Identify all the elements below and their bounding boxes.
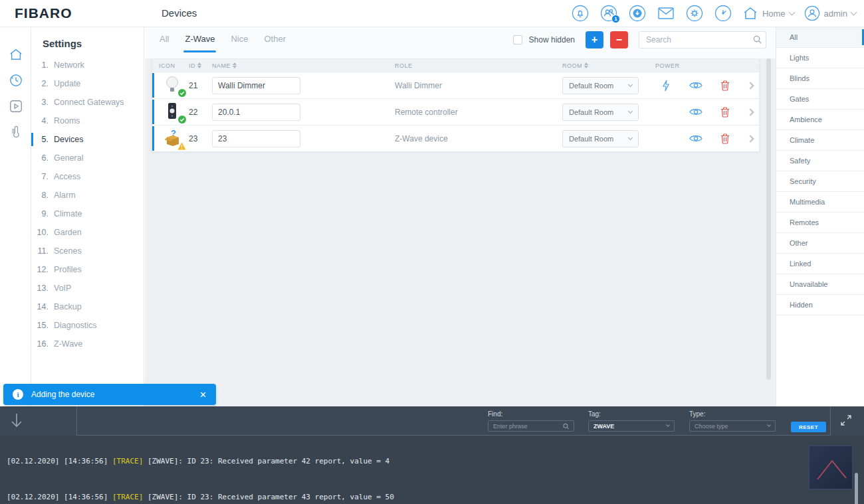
row-expand-chevron-icon[interactable] — [746, 135, 754, 142]
mail-icon[interactable] — [657, 4, 675, 23]
sort-icon — [584, 62, 588, 68]
gauge-icon[interactable] — [714, 4, 732, 23]
user-label: admin — [824, 9, 847, 19]
filter-item-security[interactable]: Security — [776, 171, 864, 192]
filter-item-multimedia[interactable]: Multimedia — [776, 192, 864, 212]
col-name[interactable]: NAME — [212, 62, 395, 69]
toast-message: Adding the device — [31, 390, 199, 399]
sidebar-item-alarm[interactable]: 8.Alarm — [31, 186, 144, 205]
visibility-eye-icon[interactable] — [689, 108, 702, 116]
tag-select[interactable]: ZWAVE — [588, 420, 675, 432]
filter-item-linked[interactable]: Linked — [776, 254, 864, 274]
sidebar-item-backup[interactable]: 14.Backup — [31, 297, 144, 316]
console-filter-box: Find: Tag: ZWAVE Type: Choose type RESET — [76, 406, 831, 436]
col-role: ROLE — [395, 62, 562, 69]
col-room[interactable]: ROOM — [562, 62, 655, 69]
sidebar-item-voip[interactable]: 13.VoIP — [31, 279, 144, 297]
row-expand-chevron-icon[interactable] — [746, 82, 754, 89]
col-power: POWER — [655, 62, 695, 69]
delete-trash-icon[interactable] — [720, 107, 730, 118]
sidebar-item-connect-gateways[interactable]: 3.Connect Gateways — [31, 93, 144, 112]
left-icon-rail — [0, 27, 31, 406]
sidebar-item-scenes[interactable]: 11.Scenes — [31, 242, 144, 260]
expand-icon[interactable] — [840, 414, 852, 426]
page-title: Devices — [162, 7, 197, 19]
update-download-icon[interactable] — [628, 4, 647, 23]
settings-icon[interactable] — [685, 4, 704, 23]
media-icon[interactable] — [0, 94, 31, 119]
sidebar-item-diagnostics[interactable]: 15.Diagnostics — [31, 316, 144, 335]
users-icon[interactable]: 1 — [599, 4, 618, 23]
filter-item-gates[interactable]: Gates — [776, 89, 864, 110]
filter-item-remotes[interactable]: Remotes — [776, 212, 864, 233]
filter-item-safety[interactable]: Safety — [776, 151, 864, 171]
tab-all[interactable]: All — [160, 34, 169, 50]
type-select[interactable]: Choose type — [689, 420, 776, 432]
filter-item-lights[interactable]: Lights — [776, 48, 864, 68]
filter-item-hidden[interactable]: Hidden — [776, 295, 864, 315]
log-minimap-chart[interactable] — [809, 446, 853, 489]
visibility-eye-icon[interactable] — [689, 134, 702, 143]
main-scrollbar[interactable] — [766, 58, 771, 380]
history-icon[interactable] — [0, 68, 31, 93]
filter-item-blinds[interactable]: Blinds — [776, 68, 864, 89]
sidebar-item-update[interactable]: 2.Update — [31, 74, 144, 93]
filter-item-climate[interactable]: Climate — [776, 130, 864, 151]
sidebar-item-profiles[interactable]: 12.Profiles — [31, 260, 144, 279]
close-icon[interactable]: ✕ — [199, 390, 207, 400]
room-select[interactable]: Default Room — [562, 77, 639, 94]
app-header: FIBARO Devices 1 — [0, 0, 864, 27]
delete-trash-icon[interactable] — [720, 80, 730, 91]
tab-other[interactable]: Other — [265, 34, 286, 50]
filter-item-other[interactable]: Other — [776, 233, 864, 254]
visibility-eye-icon[interactable] — [689, 81, 702, 90]
log-output[interactable]: [02.12.2020] [14:36:56] [TRACE] [ZWAVE]:… — [0, 436, 864, 504]
tab-zwave[interactable]: Z-Wave — [185, 34, 215, 50]
filter-item-unavailable[interactable]: Unavailable — [776, 274, 864, 295]
find-label: Find: — [488, 410, 574, 418]
reset-button[interactable]: RESET — [791, 422, 826, 432]
room-select[interactable]: Default Room — [562, 130, 639, 147]
row-expand-chevron-icon[interactable] — [746, 108, 754, 116]
search-input[interactable] — [639, 31, 766, 48]
chevron-down-icon — [767, 423, 771, 427]
find-input[interactable] — [493, 423, 563, 430]
delete-trash-icon[interactable] — [720, 133, 730, 144]
console-scrollbar[interactable] — [855, 473, 858, 504]
device-id: 23 — [189, 134, 212, 143]
sidebar-item-general[interactable]: 6.General — [31, 149, 144, 167]
device-name-input[interactable] — [212, 130, 300, 147]
sidebar-item-zwave[interactable]: 16.Z-Wave — [31, 335, 144, 353]
sidebar-item-climate[interactable]: 9.Climate — [31, 205, 144, 223]
scroll-down-icon[interactable] — [9, 412, 24, 430]
filter-item-ambience[interactable]: Ambience — [776, 110, 864, 130]
type-group: Type: Choose type — [689, 410, 776, 432]
sidebar-item-devices[interactable]: 5.Devices — [31, 130, 144, 149]
col-id[interactable]: ID — [189, 62, 212, 69]
home-selector[interactable]: Home — [742, 6, 794, 21]
device-name-input[interactable] — [212, 77, 300, 94]
alarm-icon[interactable] — [571, 4, 590, 23]
main-content: All Z-Wave Nice Other Show hidden + − IC… — [145, 27, 776, 406]
user-menu[interactable]: admin — [804, 5, 856, 21]
fibaro-logo: FIBARO — [15, 5, 72, 21]
avatar-icon — [804, 5, 820, 21]
home-rail-icon[interactable] — [0, 42, 31, 67]
sidebar-item-garden[interactable]: 10.Garden — [31, 223, 144, 242]
log-line: [02.12.2020] [14:36:56] [TRACE] [ZWAVE]:… — [7, 491, 394, 503]
show-hidden-checkbox[interactable] — [513, 35, 522, 44]
devices-table: ICON ID NAME ROLE ROOM POWER 21 Walli Di… — [152, 58, 760, 152]
add-device-button[interactable]: + — [586, 31, 603, 48]
tabs-strip: All Z-Wave Nice Other Show hidden + − — [145, 27, 776, 58]
tab-nice[interactable]: Nice — [231, 34, 248, 50]
filter-item-all[interactable]: All — [776, 27, 864, 48]
sidebar-item-rooms[interactable]: 4.Rooms — [31, 112, 144, 130]
climate-icon[interactable] — [0, 120, 31, 145]
chevron-down-icon — [628, 82, 633, 86]
sidebar-item-network[interactable]: 1.Network — [31, 56, 144, 74]
power-icon — [662, 80, 670, 92]
room-select[interactable]: Default Room — [562, 104, 639, 121]
remove-device-button[interactable]: − — [610, 31, 628, 48]
sidebar-item-access[interactable]: 7.Access — [31, 167, 144, 186]
device-name-input[interactable] — [212, 104, 300, 121]
